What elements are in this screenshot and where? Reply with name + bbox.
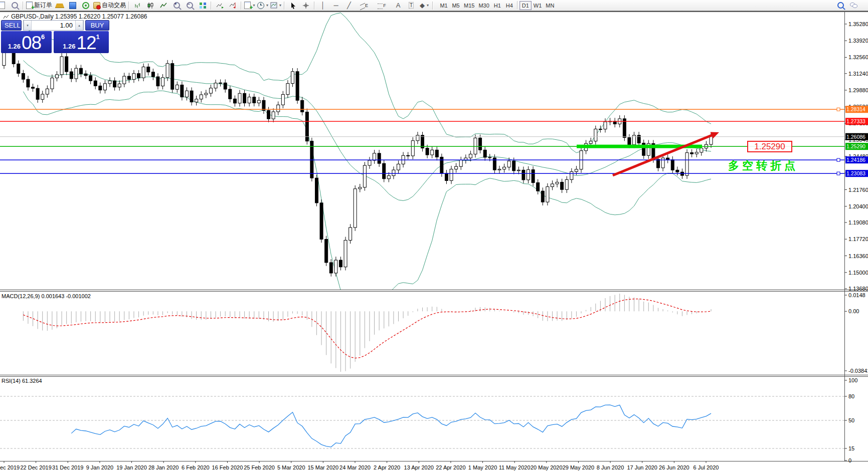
- templates-button[interactable]: ▾: [269, 1, 282, 11]
- timeframe-toolbar: M1M5M15M30H1H4D1W1MN: [438, 1, 556, 10]
- svg-text:1.24186: 1.24186: [846, 157, 865, 163]
- candlestick-button[interactable]: [144, 1, 157, 11]
- chat-icon: [850, 3, 857, 8]
- timeframe-H4[interactable]: H4: [503, 1, 515, 10]
- line-handle[interactable]: [837, 172, 840, 175]
- volume-spinner[interactable]: ▾ 1.00 ▴: [23, 20, 84, 31]
- rsi-tick-label: 50: [848, 417, 854, 423]
- candle-body: [575, 169, 578, 172]
- timeframe-D1[interactable]: D1: [519, 1, 532, 10]
- sell-price-display[interactable]: 1.26086: [1, 31, 52, 53]
- price-callout-label[interactable]: 1.25290: [747, 141, 792, 152]
- candle-body: [359, 187, 362, 189]
- candle-body: [455, 166, 458, 169]
- volume-value[interactable]: 1.00: [32, 21, 75, 30]
- autotrade-icon: [93, 2, 100, 9]
- chart-window-icon[interactable]: [0, 1, 8, 11]
- gold-button[interactable]: [53, 1, 66, 11]
- zoom-in-button[interactable]: +: [170, 1, 183, 11]
- line-chart-button[interactable]: [157, 1, 170, 11]
- price-chart-canvas[interactable]: 1.352801.339201.325601.312401.298801.285…: [0, 12, 868, 473]
- price-tick-label: 1.35280: [848, 21, 868, 27]
- timeframe-M1[interactable]: M1: [438, 1, 450, 10]
- date-label: 19 Jan 2020: [116, 464, 147, 470]
- tile-windows-button[interactable]: [196, 1, 209, 11]
- bar-chart-button[interactable]: [131, 1, 144, 11]
- channel-tool[interactable]: E: [356, 1, 374, 11]
- chart-shift-button[interactable]: [226, 1, 239, 11]
- buy-button[interactable]: BUY: [85, 20, 109, 31]
- depth-of-market-button[interactable]: [66, 1, 79, 11]
- candle-body: [166, 64, 169, 78]
- periods-button[interactable]: ▾: [256, 1, 269, 11]
- indicators-button[interactable]: ▾: [243, 1, 256, 11]
- candlestick-icon: [147, 2, 154, 9]
- rsi-tick-label: 15: [848, 445, 854, 451]
- candle-body: [561, 182, 564, 190]
- candle-body: [262, 100, 265, 110]
- candle-body: [123, 76, 126, 84]
- chat-button[interactable]: [847, 1, 860, 11]
- candle-body: [503, 167, 506, 169]
- vertical-line-tool[interactable]: │: [316, 1, 329, 11]
- candle-body: [431, 150, 434, 155]
- candle-body: [387, 176, 390, 179]
- print-preview-button[interactable]: [8, 1, 21, 11]
- volume-increase-button[interactable]: ▴: [75, 21, 83, 30]
- crosshair-icon: [302, 2, 309, 9]
- horizontal-line-tool[interactable]: ─: [329, 1, 342, 11]
- search-button[interactable]: [834, 1, 847, 11]
- text-tool[interactable]: A: [392, 1, 405, 11]
- fibonacci-tool[interactable]: F: [374, 1, 392, 11]
- candle-body: [320, 203, 323, 240]
- price-tick-label: 1.33920: [848, 38, 868, 44]
- candle-body: [51, 78, 54, 89]
- volume-decrease-button[interactable]: ▾: [24, 21, 32, 30]
- autotrade-button[interactable]: 自动交易: [92, 1, 127, 11]
- candle-body: [142, 67, 145, 78]
- candle-body: [666, 158, 669, 160]
- timeframe-M15[interactable]: M15: [462, 1, 476, 10]
- arrows-tool[interactable]: ◆▾: [418, 1, 431, 11]
- candle-body: [205, 93, 208, 95]
- auto-scroll-button[interactable]: [213, 1, 226, 11]
- candle-body: [286, 84, 289, 95]
- text-label-tool[interactable]: T: [405, 1, 418, 11]
- bollinger-bands: [23, 13, 711, 310]
- toolbar-separator: [284, 2, 285, 10]
- line-handle[interactable]: [837, 108, 840, 111]
- candle-body: [378, 153, 381, 163]
- candle-body: [84, 74, 87, 76]
- timeframe-H1[interactable]: H1: [491, 1, 503, 10]
- cursor-tool-button[interactable]: [286, 1, 299, 11]
- candle-body: [334, 260, 337, 273]
- candle-body: [27, 79, 30, 87]
- date-label: 28 Jan 2020: [148, 464, 179, 470]
- candle-body: [229, 89, 232, 99]
- vertical-line-icon: │: [321, 2, 325, 9]
- zoom-out-button[interactable]: −: [183, 1, 196, 11]
- timeframe-W1[interactable]: W1: [532, 1, 544, 10]
- turning-point-annotation[interactable]: 多空转折点: [728, 158, 798, 173]
- macd-tick-label: 0.0148: [848, 292, 865, 298]
- line-chart-icon: [160, 2, 167, 9]
- date-label: 20 May 2020: [531, 464, 563, 470]
- date-label: 22 Apr 2020: [436, 464, 465, 470]
- text-icon: A: [396, 2, 401, 9]
- timeframe-M5[interactable]: M5: [450, 1, 462, 10]
- crosshair-tool-button[interactable]: [299, 1, 312, 11]
- candle-body: [214, 83, 217, 88]
- market-radar-button[interactable]: [79, 1, 92, 11]
- channel-icon: E: [365, 3, 369, 8]
- trendline-tool[interactable]: ╱: [342, 1, 356, 11]
- new-order-button[interactable]: 新订单: [25, 1, 53, 11]
- line-handle[interactable]: [837, 158, 840, 161]
- sell-button[interactable]: SELL: [1, 20, 22, 31]
- buy-price-display[interactable]: 1.26121: [54, 31, 109, 53]
- timeframe-M30[interactable]: M30: [476, 1, 491, 10]
- candle-body: [373, 153, 376, 160]
- depth-of-market-icon: [69, 2, 76, 9]
- candle-body: [60, 57, 63, 75]
- timeframe-MN[interactable]: MN: [544, 1, 556, 10]
- candle-body: [700, 148, 703, 152]
